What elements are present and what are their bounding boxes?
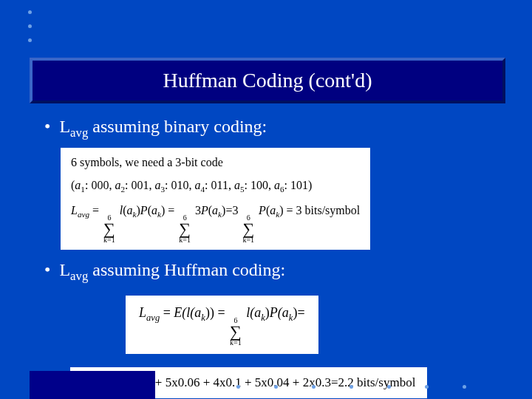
- math-block-binary: 6 symbols, we need a 3-bit code (a1: 000…: [61, 148, 370, 250]
- codes-line: (a1: 000, a2: 001, a3: 010, a4: 011, a5:…: [71, 177, 360, 197]
- decorative-dots-top: [28, 10, 32, 42]
- slide-body: • Lavg assuming binary coding: 6 symbols…: [44, 117, 502, 398]
- decorative-dots-bottom: [236, 385, 466, 389]
- lavg-equation: Lavg = 6 ∑ k=1 l(ak)P(ak) = 6 ∑ k=1 3P(a…: [71, 202, 360, 244]
- bullet-marker: •: [44, 117, 50, 137]
- bullet-binary: • Lavg assuming binary coding:: [44, 117, 502, 140]
- bullet-marker: •: [44, 260, 50, 280]
- decorative-block-bottom: [30, 371, 155, 399]
- bullet-text: Lavg assuming binary coding:: [59, 117, 267, 140]
- symbols-note: 6 symbols, we need a 3-bit code: [71, 154, 360, 172]
- math-block-expectation: Lavg = E(l(ak)) = 6 ∑ k=1 l(ak)P(ak)=: [126, 296, 318, 354]
- bullet-text: Lavg assuming Huffman coding:: [59, 260, 285, 284]
- title-bar: Huffman Coding (cont'd): [30, 58, 505, 103]
- slide-title: Huffman Coding (cont'd): [163, 69, 372, 92]
- bullet-huffman: • Lavg assuming Huffman coding:: [44, 260, 502, 284]
